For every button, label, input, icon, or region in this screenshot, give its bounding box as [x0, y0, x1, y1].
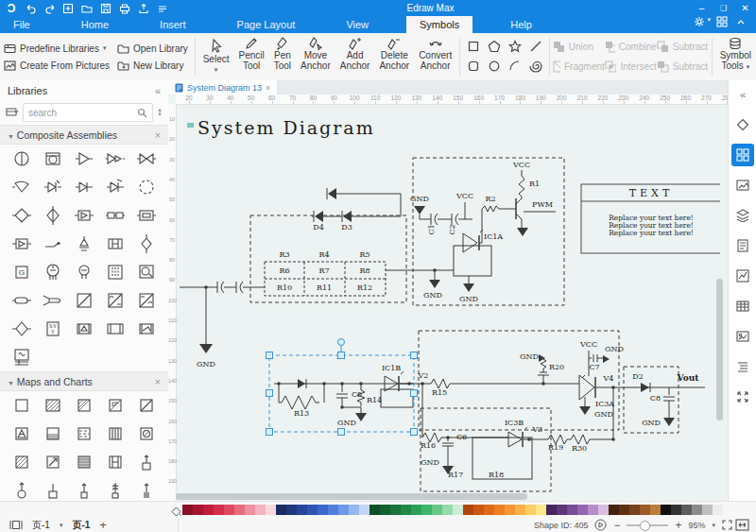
drawing-canvas-area[interactable]: System Diagram 13 × 20304050607080901001…: [168, 80, 728, 501]
predefine-libraries-button[interactable]: Predefine Libraries▾: [4, 43, 110, 55]
color-swatch[interactable]: [338, 505, 349, 515]
library-symbol-dcirc[interactable]: [131, 173, 163, 201]
menu-symbols[interactable]: Symbols: [406, 16, 472, 33]
close-button[interactable]: ✕: [734, 0, 756, 16]
color-swatch[interactable]: [629, 505, 640, 515]
color-swatch[interactable]: [359, 505, 369, 515]
color-swatch[interactable]: [640, 505, 650, 515]
line-shape-icon[interactable]: [529, 40, 542, 55]
library-symbol-gbox[interactable]: G: [7, 258, 38, 286]
table-icon[interactable]: [731, 295, 754, 317]
fit-width-icon[interactable]: [735, 519, 749, 531]
circuit-diagram[interactable]: System Diagram: [176, 104, 720, 496]
color-swatch[interactable]: [307, 505, 318, 515]
library-symbol-amp2[interactable]: [100, 145, 131, 173]
library-symbol-sqhh[interactable]: [100, 448, 131, 476]
color-swatch[interactable]: [598, 505, 609, 515]
menu-page-layout[interactable]: Page Layout: [224, 16, 309, 33]
color-swatch[interactable]: [234, 505, 245, 515]
library-symbol-sqf[interactable]: [100, 391, 131, 420]
color-swatch[interactable]: [276, 505, 286, 515]
library-symbol-dcc[interactable]: [131, 286, 163, 315]
library-symbol-xmtr[interactable]: [131, 315, 163, 343]
more-tools-icon[interactable]: [155, 3, 170, 14]
color-swatch[interactable]: [463, 505, 473, 515]
library-menu-icon[interactable]: [6, 107, 19, 118]
color-swatch[interactable]: [473, 505, 484, 515]
library-symbol-stack[interactable]: [7, 343, 38, 371]
settings-caret-icon[interactable]: ▾: [707, 16, 711, 33]
library-symbol-fpair[interactable]: [100, 201, 131, 230]
color-swatch[interactable]: [245, 505, 255, 515]
page-overview-icon[interactable]: [9, 519, 23, 531]
print-icon[interactable]: [117, 3, 132, 14]
color-swatch[interactable]: [661, 505, 671, 515]
library-symbol-sqbar[interactable]: [100, 420, 131, 448]
library-symbol-conv[interactable]: [69, 286, 100, 315]
layers-icon[interactable]: [731, 204, 754, 227]
fit-page-icon[interactable]: [731, 386, 754, 408]
library-symbol-fuse[interactable]: [7, 286, 38, 315]
section-composite-assemblies[interactable]: ▼ Composite Assemblies: [8, 129, 117, 141]
circle-shape-icon[interactable]: [488, 60, 501, 75]
create-from-pictures-button[interactable]: Create From Pictures: [4, 60, 110, 72]
color-swatch[interactable]: [255, 505, 266, 515]
library-symbol-xy[interactable]: X-YY: [38, 315, 69, 343]
zoom-level[interactable]: 95%: [688, 521, 705, 530]
color-swatch[interactable]: [546, 505, 557, 515]
color-swatch[interactable]: [515, 505, 525, 515]
library-symbol-psq[interactable]: [131, 448, 163, 476]
play-presentation-icon[interactable]: [594, 519, 607, 531]
libraries-rail-icon[interactable]: [731, 144, 754, 166]
color-swatch[interactable]: [577, 505, 588, 515]
library-symbol-vari[interactable]: [100, 173, 131, 201]
arc-shape-icon[interactable]: [508, 60, 522, 75]
color-swatch[interactable]: [505, 505, 515, 515]
redo-icon[interactable]: [42, 3, 57, 14]
square-shape-icon[interactable]: [467, 40, 480, 55]
notes-icon[interactable]: [731, 234, 754, 257]
library-symbol-surge[interactable]: [38, 173, 69, 201]
library-symbol-sqb[interactable]: [38, 420, 69, 448]
color-swatch[interactable]: [442, 505, 453, 515]
settings-gear-icon[interactable]: [692, 16, 707, 27]
open-file-icon[interactable]: [79, 3, 94, 14]
color-swatch[interactable]: [453, 505, 463, 515]
library-symbol-tube[interactable]: [38, 258, 69, 286]
color-swatch[interactable]: [421, 505, 432, 515]
library-symbol-bfil[interactable]: [131, 201, 163, 230]
library-symbol-trig[interactable]: [69, 230, 100, 258]
color-swatch[interactable]: [432, 505, 442, 515]
zoom-slider-handle[interactable]: [640, 521, 650, 531]
library-symbol-sqs[interactable]: [69, 391, 100, 420]
color-swatch[interactable]: [224, 505, 234, 515]
layout-grid-icon[interactable]: [714, 16, 730, 27]
search-input[interactable]: search: [23, 103, 153, 122]
pen-tool-button[interactable]: PenTool: [269, 33, 296, 80]
color-swatch[interactable]: [286, 505, 297, 515]
close-section-icon[interactable]: ×: [155, 376, 161, 387]
convert-anchor-button[interactable]: ConvertAnchor: [414, 33, 456, 80]
library-symbol-sqc[interactable]: [131, 420, 163, 448]
add-page-button[interactable]: +: [99, 518, 107, 532]
library-symbol-btri[interactable]: [7, 230, 38, 258]
vertical-scrollbar[interactable]: [716, 279, 723, 420]
symbol-tools-button[interactable]: SymbolTools ▾: [715, 33, 756, 80]
library-symbol-amp[interactable]: [69, 145, 100, 173]
library-symbol-tube2[interactable]: [69, 258, 100, 286]
library-symbol-tfmr[interactable]: [100, 258, 131, 286]
color-swatch[interactable]: [702, 505, 713, 515]
minimize-button[interactable]: –: [691, 0, 713, 16]
menu-view[interactable]: View: [333, 16, 382, 33]
library-symbol-diode[interactable]: [69, 173, 100, 201]
color-swatch[interactable]: [713, 505, 723, 515]
theme-fill-icon[interactable]: [731, 113, 754, 136]
horizontal-scrollbar[interactable]: [176, 493, 527, 500]
color-swatch[interactable]: [193, 505, 203, 515]
color-swatch[interactable]: [411, 505, 421, 515]
zoom-slider[interactable]: [627, 524, 668, 526]
save-icon[interactable]: [98, 3, 113, 14]
export-icon[interactable]: [136, 3, 151, 14]
library-symbol-btri[interactable]: [69, 201, 100, 230]
library-symbol-fork[interactable]: [38, 286, 69, 315]
